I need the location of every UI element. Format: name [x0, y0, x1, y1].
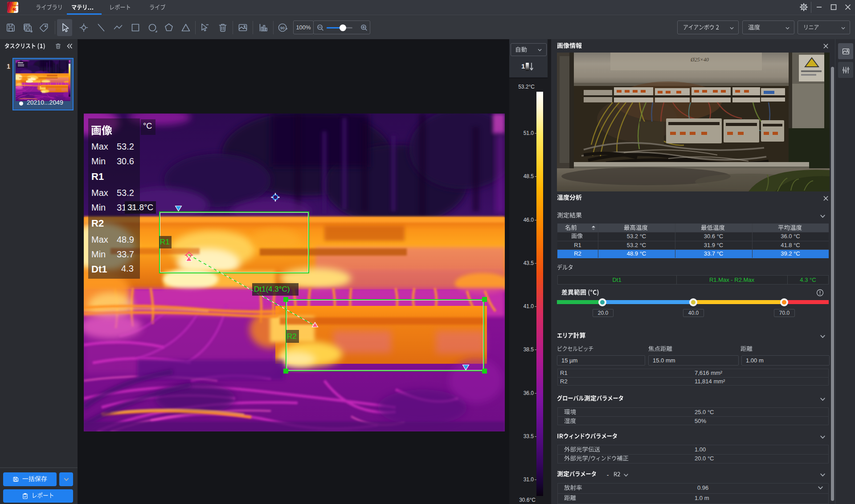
svg-text:Thermo: Thermo — [11, 4, 18, 7]
svg-text:90: 90 — [280, 26, 285, 30]
